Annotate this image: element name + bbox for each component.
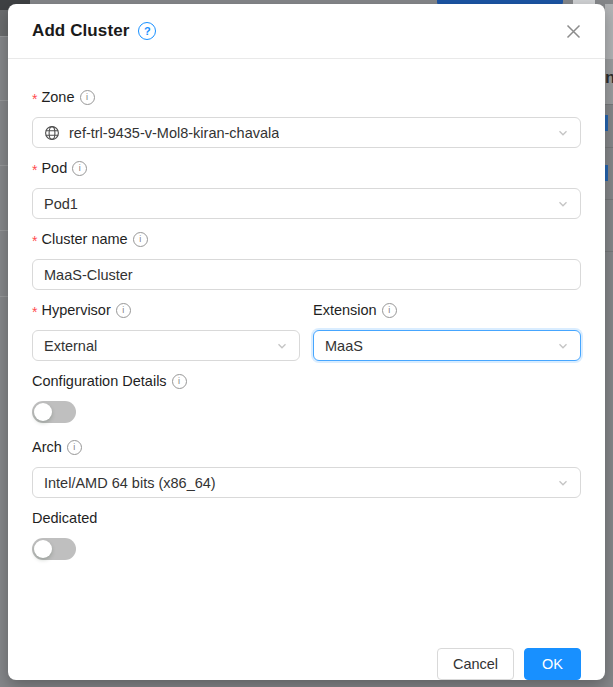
cluster-name-label: Cluster name [32,231,581,247]
dedicated-toggle[interactable] [32,538,76,560]
background-row-line [605,147,613,148]
info-icon[interactable] [80,90,95,105]
globe-icon [44,125,60,141]
hypervisor-label: Hypervisor [32,302,300,318]
toggle-knob [34,540,52,558]
configuration-details-label: Configuration Details [32,373,581,389]
cancel-button[interactable]: Cancel [437,648,514,680]
zone-label: Zone [32,89,581,105]
required-mark [32,92,37,106]
pod-select[interactable]: Pod1 [32,188,581,219]
background-row-line [0,230,8,231]
background-row-line [605,251,613,252]
pod-select-value: Pod1 [44,196,78,212]
cluster-name-input[interactable] [32,259,581,290]
extension-select[interactable]: MaaS [313,330,581,361]
help-icon[interactable]: ? [138,22,156,40]
field-row-hypervisor-extension: Hypervisor External Extension MaaS [32,302,581,361]
arch-label: Arch [32,439,581,455]
zone-select-value: ref-trl-9435-v-Mol8-kiran-chavala [69,125,279,141]
field-dedicated: Dedicated [32,510,581,560]
ok-button[interactable]: OK [524,648,581,680]
background-text-fragment: n [605,68,613,88]
required-mark [32,234,37,248]
add-cluster-form: Zone ref-trl-9435-v-Mol8-kiran-chavala [8,59,605,576]
close-icon[interactable] [563,21,583,41]
chevron-down-icon [276,340,288,352]
field-arch: Arch Intel/AMD 64 bits (x86_64) [32,439,581,498]
required-mark [32,163,37,177]
info-icon[interactable] [382,303,397,318]
chevron-down-icon [557,198,569,210]
hypervisor-select[interactable]: External [32,330,300,361]
chevron-down-icon [557,340,569,352]
modal-header: Add Cluster ? [8,4,605,59]
info-icon[interactable] [67,440,82,455]
info-icon[interactable] [116,303,131,318]
background-row-line [0,296,8,297]
chevron-down-icon [557,127,569,139]
background-row-line [605,199,613,200]
field-pod: Pod Pod1 [32,160,581,219]
add-cluster-modal: Add Cluster ? Zone [8,4,605,680]
field-cluster-name: Cluster name [32,231,581,290]
configuration-details-toggle[interactable] [32,401,76,423]
pod-label: Pod [32,160,581,176]
modal-footer: Cancel OK [8,606,605,680]
chevron-down-icon [557,477,569,489]
zone-select[interactable]: ref-trl-9435-v-Mol8-kiran-chavala [32,117,581,148]
background-row-line [0,165,8,166]
background-row-line [605,104,613,105]
info-icon[interactable] [72,161,87,176]
modal-title: Add Cluster [32,21,129,41]
background-link-fragment [605,165,608,181]
extension-label: Extension [313,302,581,318]
background-row-line [0,36,8,37]
field-zone: Zone ref-trl-9435-v-Mol8-kiran-chavala [32,89,581,148]
background-row-line [0,100,8,101]
hypervisor-select-value: External [44,338,97,354]
background-link-fragment [605,115,608,131]
arch-select[interactable]: Intel/AMD 64 bits (x86_64) [32,467,581,498]
arch-select-value: Intel/AMD 64 bits (x86_64) [44,475,216,491]
background-panel-fragment [605,4,613,59]
required-mark [32,305,37,319]
field-extension: Extension MaaS [313,302,581,361]
dedicated-label: Dedicated [32,510,581,526]
info-icon[interactable] [172,374,187,389]
extension-select-value: MaaS [325,338,363,354]
info-icon[interactable] [133,232,148,247]
toggle-knob [34,403,52,421]
field-configuration-details: Configuration Details [32,373,581,423]
field-hypervisor: Hypervisor External [32,302,300,361]
